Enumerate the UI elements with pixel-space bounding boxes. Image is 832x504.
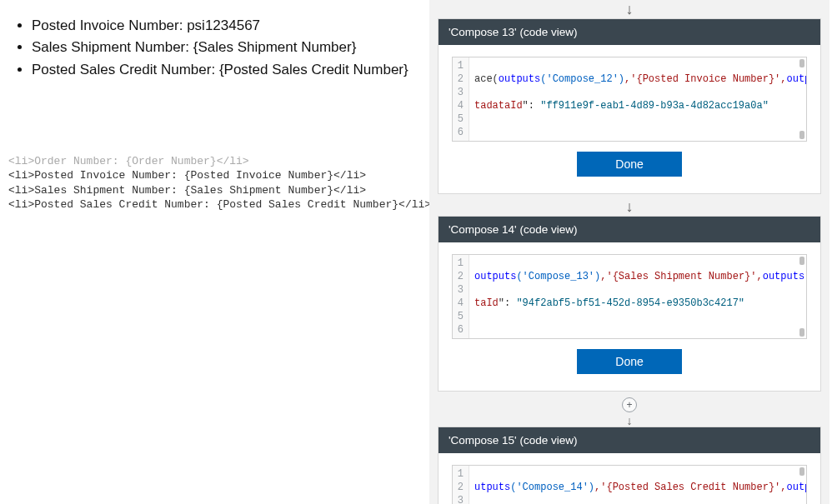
list-item: Posted Sales Credit Number: {Posted Sale… — [32, 59, 413, 81]
list-item-label: Posted Invoice Number: — [32, 17, 183, 33]
step-header[interactable]: 'Compose 13' (code view) — [439, 19, 820, 45]
done-button[interactable]: Done — [577, 349, 681, 374]
code-line: <li>Sales Shipment Number: {Sales Shipme… — [8, 184, 366, 197]
line-gutter: 123456 — [453, 255, 469, 338]
code-content: ace(outputs('Compose_12'),'{Posted Invoi… — [469, 57, 806, 141]
step-title: 'Compose 15' (code view) — [449, 434, 577, 447]
step-header[interactable]: 'Compose 15' (code view) — [439, 427, 820, 453]
output-bullet-list: Posted Invoice Number: psi1234567 Sales … — [8, 15, 413, 81]
list-item: Posted Invoice Number: psi1234567 — [32, 15, 413, 37]
line-gutter: 123456 — [453, 57, 469, 141]
list-item: Sales Shipment Number: {Sales Shipment N… — [32, 37, 413, 58]
list-item-label: Posted Sales Credit Number: — [32, 62, 215, 77]
code-content: outputs('Compose_13'),'{Sales Shipment N… — [469, 255, 806, 338]
flow-arrow-icon: ↓ — [438, 0, 821, 18]
flow-arrow-icon: ↓ — [438, 415, 821, 427]
left-panel: Posted Invoice Number: psi1234567 Sales … — [0, 0, 421, 212]
html-source-snippet: <li>Order Number: {Order Number}</li> <l… — [8, 139, 413, 212]
step-body: 123456 ace(outputs('Compose_12'),'{Poste… — [439, 45, 820, 193]
line-gutter: 123456 — [453, 466, 469, 504]
step-card-compose-15: 'Compose 15' (code view) 123456 utputs('… — [438, 427, 821, 504]
scroll-handle[interactable] — [799, 257, 804, 265]
code-line: <li>Posted Sales Credit Number: {Posted … — [8, 198, 431, 211]
code-line: <li>Posted Invoice Number: {Posted Invoi… — [8, 169, 366, 182]
step-title: 'Compose 13' (code view) — [449, 26, 577, 38]
step-body: 123456 utputs('Compose_14'),'{Posted Sal… — [439, 453, 820, 504]
code-editor[interactable]: 123456 ace(outputs('Compose_12'),'{Poste… — [452, 57, 807, 142]
step-title: 'Compose 14' (code view) — [449, 223, 577, 236]
add-step-button[interactable]: + — [622, 397, 637, 412]
list-item-label: Sales Shipment Number: — [32, 39, 189, 55]
add-step-row: + — [438, 395, 821, 415]
done-button[interactable]: Done — [577, 152, 681, 177]
flow-arrow-icon: ↓ — [438, 197, 821, 216]
step-header[interactable]: 'Compose 14' (code view) — [439, 217, 820, 242]
step-body: 123456 outputs('Compose_13'),'{Sales Shi… — [439, 242, 820, 391]
scroll-handle[interactable] — [799, 131, 804, 139]
scroll-handle[interactable] — [799, 328, 804, 337]
list-item-value: {Posted Sales Credit Number} — [219, 62, 408, 77]
list-item-value: {Sales Shipment Number} — [193, 39, 357, 55]
step-card-compose-13: 'Compose 13' (code view) 123456 ace(outp… — [438, 18, 821, 194]
scroll-handle[interactable] — [799, 59, 804, 67]
step-card-compose-14: 'Compose 14' (code view) 123456 outputs(… — [438, 216, 821, 392]
flow-designer-panel: ↓ 'Compose 13' (code view) 123456 ace(ou… — [429, 0, 829, 504]
code-content: utputs('Compose_14'),'{Posted Sales Cred… — [469, 466, 806, 504]
code-editor[interactable]: 123456 utputs('Compose_14'),'{Posted Sal… — [452, 465, 807, 504]
code-line-faded: <li>Order Number: {Order Number}</li> — [8, 155, 249, 167]
code-editor[interactable]: 123456 outputs('Compose_13'),'{Sales Shi… — [452, 254, 807, 339]
plus-icon: + — [626, 399, 632, 411]
list-item-value: psi1234567 — [187, 17, 260, 33]
scroll-handle[interactable] — [799, 467, 804, 476]
